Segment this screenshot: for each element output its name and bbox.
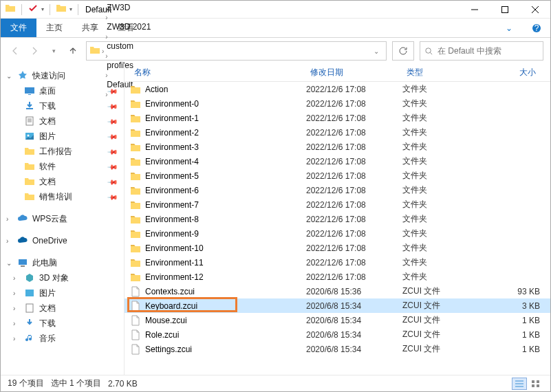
search-input[interactable]: 在 Default 中搜索 — [420, 41, 543, 61]
file-name: Keyboard.zcui — [145, 301, 197, 311]
file-row[interactable]: Contexts.zcui2020/6/8 15:36ZCUI 文件93 KB — [125, 284, 550, 298]
svg-rect-4 — [25, 87, 34, 94]
close-button[interactable] — [520, 1, 550, 19]
sidebar-onedrive[interactable]: ›OneDrive — [1, 233, 124, 248]
icons-view-button[interactable] — [528, 378, 543, 390]
file-name: Environment-2 — [145, 128, 199, 138]
cloud-icon — [17, 213, 28, 224]
column-size[interactable]: 大小 — [485, 67, 540, 78]
tab-file[interactable]: 文件 — [1, 19, 36, 37]
file-row[interactable]: Settings.zcui2020/6/8 15:34ZCUI 文件1 KB — [125, 342, 550, 356]
file-row[interactable]: Environment-92022/12/6 17:08文件夹 — [125, 226, 550, 241]
file-row[interactable]: Keyboard.zcui2020/6/8 15:34ZCUI 文件3 KB — [125, 298, 550, 313]
sidebar-3d-objects[interactable]: ›3D 对象 — [1, 270, 124, 285]
svg-rect-14 — [537, 380, 539, 383]
column-type[interactable]: 类型 — [402, 67, 485, 78]
pin-icon: 📌 — [107, 161, 118, 172]
file-row[interactable]: Environment-62022/12/6 17:08文件夹 — [125, 183, 550, 197]
address-bar[interactable]: › ZW3D›ZW3D 2021›custom›profiles›Default… — [86, 41, 387, 61]
folder-icon — [24, 146, 35, 157]
file-row[interactable]: Environment-52022/12/6 17:08文件夹 — [125, 168, 550, 183]
tab-share[interactable]: 共享 — [72, 19, 108, 37]
breadcrumb-zw3d 2021[interactable]: ZW3D 2021 — [105, 22, 152, 32]
breadcrumb-custom[interactable]: custom — [105, 41, 152, 51]
file-row[interactable]: Environment-42022/12/6 17:08文件夹 — [125, 154, 550, 168]
file-row[interactable]: Action2022/12/6 17:08文件夹 — [125, 82, 550, 96]
file-type: 文件夹 — [402, 112, 485, 124]
breadcrumb-zw3d[interactable]: ZW3D — [105, 3, 152, 12]
file-type: 文件夹 — [402, 213, 485, 225]
picture-icon — [24, 287, 35, 298]
column-headers[interactable]: 名称 修改日期 类型 大小 — [125, 64, 550, 82]
file-row[interactable]: Environment-102022/12/6 17:08文件夹 — [125, 241, 550, 255]
sidebar-docs2[interactable]: 文档📌 — [1, 174, 124, 189]
file-name: Role.zcui — [145, 330, 179, 340]
ribbon-expand-icon[interactable]: ⌄ — [495, 19, 523, 37]
file-row[interactable]: Environment-82022/12/6 17:08文件夹 — [125, 212, 550, 226]
qat-dropdown-icon[interactable]: ▾ — [41, 6, 44, 12]
details-view-button[interactable] — [512, 378, 527, 390]
forward-button[interactable] — [27, 43, 42, 58]
pin-icon: 📌 — [107, 176, 118, 187]
svg-text:?: ? — [534, 23, 539, 33]
file-row[interactable]: Environment-32022/12/6 17:08文件夹 — [125, 140, 550, 154]
sidebar-documents2[interactable]: ›文档 — [1, 301, 124, 316]
sidebar-quick-access[interactable]: ⌄快速访问 — [1, 68, 124, 83]
svg-rect-15 — [532, 384, 534, 387]
recent-dropdown[interactable]: ▾ — [46, 43, 61, 58]
file-row[interactable]: Environment-72022/12/6 17:08文件夹 — [125, 197, 550, 212]
file-row[interactable]: Environment-112022/12/6 17:08文件夹 — [125, 255, 550, 270]
file-date: 2020/6/8 15:36 — [306, 287, 402, 296]
file-list[interactable]: Action2022/12/6 17:08文件夹Environment-0202… — [125, 82, 550, 375]
column-name[interactable]: 名称 — [130, 67, 306, 78]
file-type: 文件夹 — [402, 141, 485, 153]
sidebar-this-pc[interactable]: ⌄此电脑 — [1, 255, 124, 270]
file-row[interactable]: Mouse.zcui2020/6/8 15:34ZCUI 文件1 KB — [125, 313, 550, 327]
file-row[interactable]: Environment-12022/12/6 17:08文件夹 — [125, 111, 550, 125]
chevron-right-icon: › — [105, 14, 107, 21]
sidebar-wps-cloud[interactable]: ›WPS云盘 — [1, 211, 124, 226]
search-icon — [424, 47, 433, 56]
file-date: 2022/12/6 17:08 — [306, 113, 402, 123]
minimize-button[interactable] — [460, 1, 490, 19]
file-type: 文件夹 — [402, 242, 485, 254]
file-name: Environment-0 — [145, 99, 199, 109]
tab-home[interactable]: 主页 — [36, 19, 72, 37]
back-button[interactable] — [8, 43, 23, 58]
folder-icon — [5, 3, 16, 16]
sidebar-downloads2[interactable]: ›下载 — [1, 316, 124, 331]
sidebar-work-report[interactable]: 工作报告📌 — [1, 144, 124, 159]
sidebar-pictures2[interactable]: ›图片 — [1, 285, 124, 301]
status-selected: 选中 1 个项目 — [51, 378, 101, 389]
up-button[interactable] — [65, 43, 80, 58]
check-icon[interactable] — [28, 3, 39, 16]
address-dropdown-icon[interactable]: ⌄ — [369, 47, 383, 55]
column-date[interactable]: 修改日期 — [306, 67, 402, 78]
file-type: ZCUI 文件 — [402, 343, 485, 355]
desktop-icon — [24, 85, 35, 96]
sidebar-pictures[interactable]: 图片📌 — [1, 129, 124, 144]
file-name: Environment-10 — [145, 243, 204, 253]
maximize-button[interactable] — [490, 1, 520, 19]
refresh-button[interactable] — [392, 41, 414, 61]
pin-icon: 📌 — [107, 131, 118, 142]
sidebar-documents[interactable]: 文档📌 — [1, 113, 124, 129]
sidebar-software[interactable]: 软件📌 — [1, 159, 124, 174]
file-type: 文件夹 — [402, 127, 485, 138]
sidebar-sales-training[interactable]: 销售培训📌 — [1, 189, 124, 204]
file-name: Environment-1 — [145, 113, 199, 123]
help-icon[interactable]: ? — [523, 19, 550, 37]
file-row[interactable]: Environment-22022/12/6 17:08文件夹 — [125, 125, 550, 140]
file-type: 文件夹 — [402, 155, 485, 167]
file-date: 2022/12/6 17:08 — [306, 229, 402, 239]
sidebar-music[interactable]: ›音乐 — [1, 331, 124, 346]
download-icon — [24, 100, 35, 111]
file-row[interactable]: Environment-122022/12/6 17:08文件夹 — [125, 270, 550, 284]
sidebar-downloads[interactable]: 下载📌 — [1, 98, 124, 113]
file-row[interactable]: Environment-02022/12/6 17:08文件夹 — [125, 96, 550, 111]
qat-overflow-icon[interactable]: ▾ — [69, 6, 72, 12]
sidebar-desktop[interactable]: 桌面📌 — [1, 83, 124, 98]
file-type: 文件夹 — [402, 199, 485, 210]
file-row[interactable]: Role.zcui2020/6/8 15:34ZCUI 文件1 KB — [125, 327, 550, 342]
folder-icon — [24, 191, 35, 202]
